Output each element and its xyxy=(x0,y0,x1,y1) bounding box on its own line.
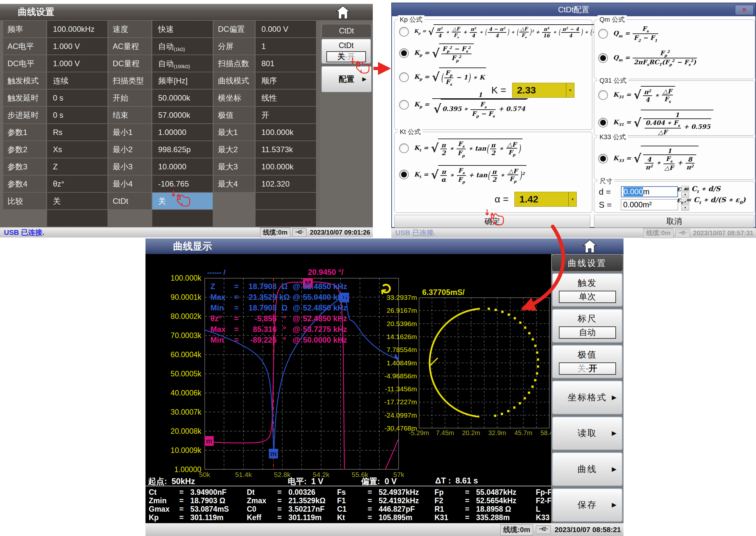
table-row: 步进延时0 s结束57.0000k极值开 xyxy=(3,107,320,123)
kp-select-label: K = xyxy=(491,85,506,96)
setting-value[interactable]: 100.000k xyxy=(256,124,316,141)
setting-value[interactable]: 0 s xyxy=(47,89,107,106)
curve-display-panel: 曲线显示 ------ / 20.9450 °/ 100.000k90.0001… xyxy=(145,239,624,536)
setting-value[interactable]: 关 xyxy=(152,193,213,209)
sidebar-button-读取[interactable]: 读取► xyxy=(552,417,623,450)
q31-radio-2[interactable] xyxy=(598,118,608,127)
qm-option-1: Qm = FsF2 − F1 xyxy=(598,25,755,43)
cancel-button[interactable]: 取消 xyxy=(594,215,754,228)
readout-line: Min=-89.226°@ 50.0000 kHz xyxy=(210,335,347,345)
curve-menu-sidebar: 曲线设置触发单次标尺自动极值关-开坐标格式►读取►曲线►保存► xyxy=(551,254,624,523)
ok-button[interactable]: 确定 xyxy=(394,215,591,228)
datetime: 2023/10/07 08:57:31 xyxy=(693,229,753,237)
setting-value[interactable]: 801 xyxy=(256,55,316,72)
kp-radio-4[interactable] xyxy=(399,100,409,110)
setting-value[interactable]: 998.625p xyxy=(152,141,213,158)
setting-value[interactable]: 0 s xyxy=(47,107,107,123)
sidebar-button-标尺[interactable]: 标尺自动 xyxy=(552,309,623,342)
home-icon[interactable] xyxy=(335,5,351,21)
y-tick-label: 14.1626m xyxy=(378,333,417,341)
submenu-arrow-icon: ► xyxy=(610,500,618,509)
kp-radio-2[interactable] xyxy=(399,48,409,58)
y-tick-label: -4.96856m xyxy=(378,372,417,380)
y-tick-label: -24.0997m xyxy=(378,412,417,419)
setting-label: DC偏置 xyxy=(214,21,255,37)
setting-value[interactable]: 100.000kHz xyxy=(47,21,107,37)
cable-length: 线缆:0m xyxy=(643,228,674,238)
setting-value[interactable]: Z xyxy=(47,158,107,175)
kp-radio-3[interactable] xyxy=(399,72,409,82)
setting-value[interactable]: 50.0000k xyxy=(152,89,213,106)
q31-radio-1[interactable] xyxy=(598,90,608,100)
sidebar-button-触发[interactable]: 触发单次 xyxy=(552,273,623,307)
k33-radio-1[interactable] xyxy=(598,154,608,163)
setting-label: 触发模式 xyxy=(3,72,46,89)
q31-legend: Q31 公式 xyxy=(597,76,629,85)
setting-value[interactable]: Xs xyxy=(47,141,107,158)
setting-value[interactable]: 顺序 xyxy=(256,72,316,89)
kp-value-dropdown[interactable]: 2.33▾ xyxy=(512,83,574,98)
table-row xyxy=(3,210,320,226)
usb-status: USB 已连接. xyxy=(4,228,45,238)
y-tick-label: 1.40849m xyxy=(378,359,417,367)
setting-value[interactable]: -106.765 xyxy=(152,176,213,192)
setting-value[interactable]: 11.5373k xyxy=(256,141,316,158)
kt-radio-2[interactable] xyxy=(399,170,409,180)
setting-value[interactable]: 1.000 V xyxy=(47,55,107,72)
marker-m-impedance[interactable]: m xyxy=(269,449,278,458)
setting-label: 最大2 xyxy=(214,141,255,158)
setting-value[interactable]: 线性 xyxy=(256,89,316,106)
kp-radio-1[interactable] xyxy=(399,27,409,37)
setting-value[interactable]: Rs xyxy=(47,124,107,141)
q31-option-1: K31 = √π24 ∗ △FFs xyxy=(598,86,755,104)
setting-value[interactable]: θz° xyxy=(47,176,107,192)
small-chart-scale: 6.37705mS/ xyxy=(422,288,465,297)
measurement-cell: Fp=55.0487kHz xyxy=(435,488,536,496)
qm-radio-1[interactable] xyxy=(598,29,608,39)
setting-label: 最小4 xyxy=(108,176,151,192)
home-icon[interactable] xyxy=(581,239,598,255)
x-tick-label: 20.2m xyxy=(456,429,486,437)
setting-value[interactable]: 1.000 V xyxy=(47,38,107,54)
usb-icon xyxy=(675,229,690,238)
readout-line: Z=18.7903Ω@ 52.4850 kHz xyxy=(210,281,347,292)
setting-value[interactable]: 0.000 V xyxy=(256,21,316,37)
q31-option-2: K31 = √10.404 ∗ Fs△F + 0.595 xyxy=(598,110,755,135)
sidebar-button-保存[interactable]: 保存► xyxy=(552,488,623,522)
measurement-cell: Kt=105.895m xyxy=(337,514,435,521)
config-button[interactable]: 配置 ► xyxy=(321,66,372,92)
setting-value[interactable]: 102.320 xyxy=(256,176,316,192)
sidebar-button-坐标格式[interactable]: 坐标格式► xyxy=(552,381,623,414)
setting-value[interactable]: 100.000k xyxy=(256,158,316,175)
kt-value-dropdown[interactable]: 1.42▾ xyxy=(514,192,577,207)
setting-value[interactable]: 自动(1kΩ) xyxy=(152,38,213,54)
setting-value[interactable]: 10.0000 xyxy=(152,158,213,175)
setting-value[interactable]: 1 xyxy=(256,38,316,54)
setting-value xyxy=(256,210,316,226)
marker-m-phase[interactable]: m xyxy=(204,436,214,446)
q31-formula-2: K31 = √10.404 ∗ Fs△F + 0.595 xyxy=(613,110,714,135)
kt-radio-1[interactable] xyxy=(399,144,409,153)
setting-value[interactable]: 关 xyxy=(47,193,107,209)
setting-value[interactable]: 开 xyxy=(256,107,316,123)
page-title: 曲线显示 xyxy=(145,239,624,254)
ctdt-toggle-button[interactable]: CtDt 关-开 xyxy=(321,39,371,64)
x-tick-label: 7.45m xyxy=(430,429,459,437)
kp-option-1: Kp = √π24 ∗ △FFs + π24 ∗ (4 − π24) ∗ (△F… xyxy=(399,24,592,39)
qm-radio-2[interactable] xyxy=(598,53,608,63)
sidebar-button-极值[interactable]: 极值关-开 xyxy=(552,345,623,378)
setting-value[interactable]: 自动(100kΩ) xyxy=(152,55,213,72)
s-field[interactable]: 0.000m² xyxy=(621,199,678,210)
sidebar-button-曲线[interactable]: 曲线► xyxy=(552,452,623,486)
sidebar-button-label: 触发 xyxy=(553,277,622,289)
setting-value[interactable]: 快速 xyxy=(152,21,213,37)
setting-label: 参数3 xyxy=(3,158,46,175)
setting-value[interactable]: 频率[Hz] xyxy=(152,72,213,89)
setting-value[interactable]: 1.00000 xyxy=(152,124,213,141)
setting-value[interactable]: 连续 xyxy=(47,72,107,89)
admittance-circle-chart[interactable] xyxy=(419,297,550,428)
setting-label: 最小1 xyxy=(108,124,151,141)
close-icon[interactable]: ✕ xyxy=(735,5,754,15)
setting-value[interactable]: 57.0000k xyxy=(152,107,213,123)
d-field[interactable]: 0.000m xyxy=(621,186,678,197)
